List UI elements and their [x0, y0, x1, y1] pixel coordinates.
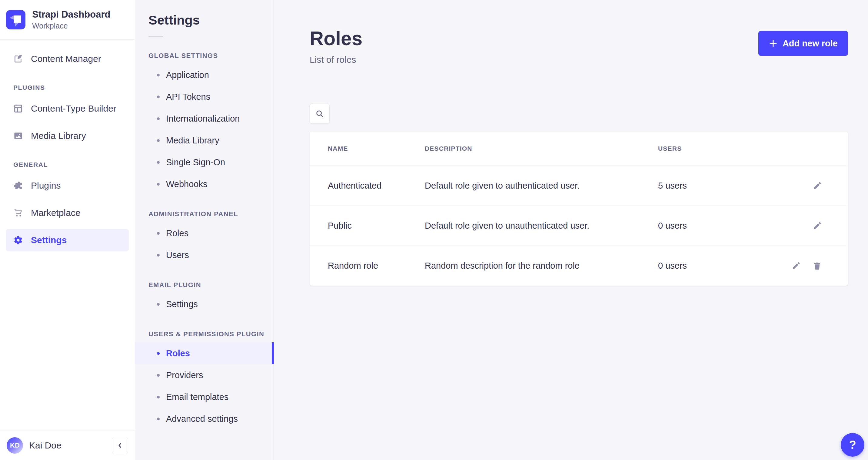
nav-section-label-general: GENERAL [13, 161, 129, 168]
main-nav-sections: Content ManagerPLUGINSContent-Type Build… [0, 40, 135, 431]
subnav-item-application[interactable]: Application [135, 64, 274, 86]
subnav-item-users[interactable]: Users [135, 244, 274, 266]
role-users-cell: 0 users [658, 221, 769, 231]
subnav-item-providers[interactable]: Providers [135, 364, 274, 386]
table-header-row: NAMEDESCRIPTIONUSERS [310, 132, 848, 166]
sidebar-item-label: Media Library [31, 131, 86, 141]
edit-role-button[interactable] [812, 221, 822, 231]
page-header: Roles List of roles Add new role [310, 28, 848, 65]
page-subtitle: List of roles [310, 55, 362, 65]
strapi-logo-icon [6, 10, 26, 29]
toolbar [310, 104, 848, 124]
subnav-item-roles[interactable]: Roles [135, 342, 274, 364]
edit-role-button[interactable] [791, 261, 801, 271]
table-row[interactable]: PublicDefault role given to unauthentica… [310, 206, 848, 246]
subnav-item-label: Single Sign-On [166, 157, 225, 167]
sidebar-item-media-library[interactable]: Media Library [6, 125, 129, 147]
subnav-sections: GLOBAL SETTINGSApplicationAPI TokensInte… [135, 52, 274, 430]
page-title: Roles [310, 28, 362, 49]
subnav-item-advanced-settings[interactable]: Advanced settings [135, 408, 274, 430]
avatar[interactable]: KD [7, 437, 23, 454]
table-row[interactable]: AuthenticatedDefault role given to authe… [310, 166, 848, 206]
add-new-role-label: Add new role [782, 38, 838, 49]
subnav-item-single-sign-on[interactable]: Single Sign-On [135, 151, 274, 173]
sidebar-item-label: Marketplace [31, 208, 80, 218]
subnav-section-label: EMAIL PLUGIN [149, 281, 274, 289]
subnav-item-label: Application [166, 70, 209, 80]
subnav-item-label: Internationalization [166, 114, 240, 124]
sidebar-item-label: Plugins [31, 180, 61, 191]
bullet-icon [157, 161, 160, 164]
subnav-section-global-settings: GLOBAL SETTINGSApplicationAPI TokensInte… [135, 52, 274, 195]
sidebar-item-plugins[interactable]: Plugins [6, 174, 129, 197]
content-type-builder-icon [13, 104, 23, 113]
bullet-icon [157, 139, 160, 142]
subnav-item-webhooks[interactable]: Webhooks [135, 173, 274, 195]
row-actions [769, 261, 830, 271]
add-new-role-button[interactable]: Add new role [758, 31, 848, 56]
bullet-icon [157, 183, 160, 185]
column-header-description: DESCRIPTION [425, 145, 658, 152]
subnav-item-media-library[interactable]: Media Library [135, 130, 274, 151]
column-header-name: NAME [328, 145, 425, 152]
plugins-icon [13, 181, 23, 191]
search-button[interactable] [310, 104, 330, 124]
content-manager-icon [13, 54, 23, 64]
sidebar-item-content-manager[interactable]: Content Manager [6, 48, 129, 70]
subnav-title: Settings [149, 13, 274, 28]
main-sidebar: Strapi Dashboard Workplace Content Manag… [0, 0, 135, 460]
settings-icon [13, 235, 23, 245]
pencil-icon [792, 261, 800, 270]
sidebar-item-label: Content-Type Builder [31, 104, 116, 114]
settings-subnav: Settings GLOBAL SETTINGSApplicationAPI T… [135, 0, 274, 460]
sidebar-item-content-type-builder[interactable]: Content-Type Builder [6, 97, 129, 120]
subnav-section-users-permissions-plugin: USERS & PERMISSIONS PLUGINRolesProviders… [135, 330, 274, 430]
role-users-cell: 5 users [658, 181, 769, 191]
bullet-icon [157, 95, 160, 98]
subnav-item-label: Email templates [166, 392, 228, 402]
brand: Strapi Dashboard Workplace [0, 0, 135, 40]
subnav-item-label: Webhooks [166, 179, 208, 189]
collapse-sidebar-button[interactable] [112, 437, 128, 454]
brand-subtitle: Workplace [32, 22, 110, 30]
roles-table: NAMEDESCRIPTIONUSERS AuthenticatedDefaul… [310, 132, 848, 286]
subnav-item-api-tokens[interactable]: API Tokens [135, 86, 274, 108]
subnav-item-email-templates[interactable]: Email templates [135, 386, 274, 408]
help-button[interactable]: ? [841, 433, 864, 457]
bullet-icon [157, 232, 160, 235]
pencil-icon [812, 181, 822, 191]
user-footer: KD Kai Doe [0, 431, 135, 460]
brand-title: Strapi Dashboard [32, 9, 110, 20]
search-icon [315, 109, 324, 118]
subnav-item-label: Providers [166, 370, 203, 380]
app-root: Strapi Dashboard Workplace Content Manag… [0, 0, 868, 460]
table-row[interactable]: Random roleRandom description for the ra… [310, 246, 848, 286]
sidebar-item-marketplace[interactable]: Marketplace [6, 202, 129, 224]
table-body: AuthenticatedDefault role given to authe… [310, 166, 848, 286]
role-users-cell: 0 users [658, 261, 769, 271]
user-name: Kai Doe [29, 440, 106, 451]
page-header-text: Roles List of roles [310, 28, 362, 65]
subnav-item-internationalization[interactable]: Internationalization [135, 108, 274, 130]
subnav-item-settings[interactable]: Settings [135, 293, 274, 315]
question-mark-icon: ? [849, 438, 856, 452]
row-actions [769, 181, 830, 191]
role-name-cell: Random role [328, 261, 425, 271]
delete-role-button[interactable] [812, 261, 822, 271]
plus-icon [769, 39, 778, 48]
subnav-item-label: Users [166, 250, 189, 260]
subnav-item-roles[interactable]: Roles [135, 222, 274, 244]
subnav-section-administration-panel: ADMINISTRATION PANELRolesUsers [135, 210, 274, 266]
sidebar-item-settings[interactable]: Settings [6, 229, 129, 251]
subnav-item-label: Advanced settings [166, 414, 238, 424]
edit-role-button[interactable] [812, 181, 822, 191]
bullet-icon [157, 418, 160, 420]
column-header-users: USERS [658, 145, 769, 152]
subnav-item-label: API Tokens [166, 92, 210, 102]
role-name-cell: Public [328, 221, 425, 231]
subnav-section-email-plugin: EMAIL PLUGINSettings [135, 281, 274, 315]
subnav-section-label: ADMINISTRATION PANEL [149, 210, 274, 218]
main-content: Roles List of roles Add new role NAMEDES… [274, 0, 868, 460]
row-actions [769, 221, 830, 231]
subnav-item-label: Settings [166, 299, 198, 309]
